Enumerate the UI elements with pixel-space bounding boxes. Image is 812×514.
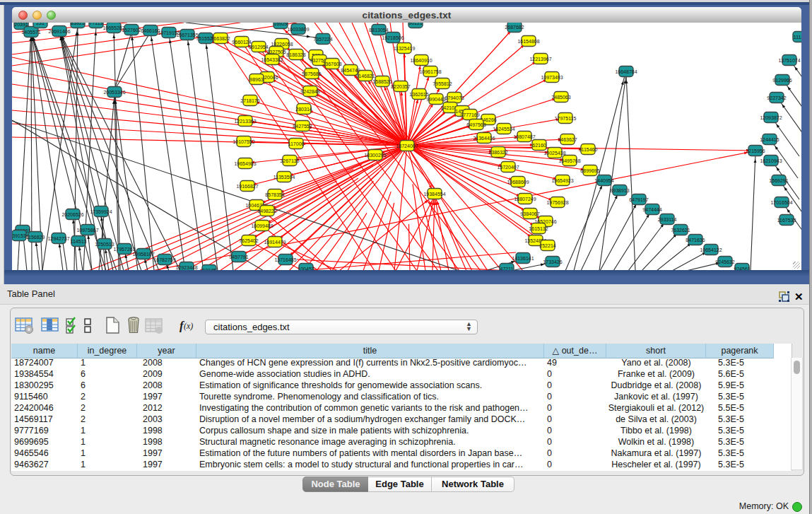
svg-text:1156829: 1156829: [26, 234, 45, 239]
svg-text:252214: 252214: [539, 243, 555, 247]
svg-text:39153: 39153: [12, 233, 26, 238]
svg-text:9463627: 9463627: [558, 136, 577, 141]
svg-text:20053346: 20053346: [103, 89, 125, 94]
svg-text:19384554: 19384554: [423, 191, 445, 196]
svg-text:9990443: 9990443: [426, 96, 445, 101]
svg-text:8938913: 8938913: [610, 187, 629, 192]
svg-text:16671355: 16671355: [176, 32, 198, 37]
svg-text:7632621: 7632621: [671, 227, 690, 232]
svg-text:15720407: 15720407: [497, 164, 519, 169]
svg-text:8454749: 8454749: [341, 67, 360, 72]
svg-text:9242848: 9242848: [300, 88, 319, 93]
svg-text:1244415: 1244415: [760, 136, 779, 141]
svg-text:18226058: 18226058: [271, 41, 293, 46]
svg-text:16648784: 16648784: [615, 69, 637, 74]
svg-text:1405571: 1405571: [21, 29, 40, 34]
svg-text:1527602: 1527602: [122, 27, 141, 32]
svg-text:18724007: 18724007: [396, 143, 418, 148]
svg-text:12213967: 12213967: [529, 56, 551, 61]
svg-text:6899695: 6899695: [580, 168, 599, 173]
svg-text:9777169: 9777169: [460, 112, 479, 117]
svg-text:100452: 100452: [298, 266, 314, 270]
svg-text:7663822: 7663822: [211, 35, 230, 40]
svg-text:9327505: 9327505: [266, 49, 286, 54]
svg-text:8912954: 8912954: [249, 44, 268, 49]
svg-text:20391: 20391: [14, 23, 28, 27]
svg-text:90121: 90121: [408, 23, 423, 25]
svg-text:9227342: 9227342: [767, 95, 786, 100]
svg-text:83921: 83921: [71, 23, 85, 25]
svg-text:13751074: 13751074: [778, 57, 800, 62]
svg-text:280314: 280314: [295, 106, 312, 111]
svg-text:3267130: 3267130: [280, 158, 299, 163]
svg-text:1733426: 1733426: [543, 259, 562, 264]
svg-text:10958107: 10958107: [132, 251, 154, 256]
svg-text:2367608: 2367608: [322, 61, 341, 66]
svg-text:8471636: 8471636: [686, 237, 705, 242]
svg-text:20206526: 20206526: [61, 211, 83, 216]
svg-text:16154808: 16154808: [517, 38, 539, 43]
svg-text:9660124: 9660124: [232, 39, 251, 44]
svg-text:10025438: 10025438: [543, 150, 565, 155]
svg-text:8813054: 8813054: [369, 27, 388, 32]
svg-text:11123: 11123: [794, 34, 801, 39]
svg-text:9474444: 9474444: [642, 206, 661, 211]
svg-text:6794073: 6794073: [445, 95, 464, 100]
svg-text:12213363: 12213363: [234, 118, 256, 123]
svg-text:18300295: 18300295: [364, 152, 386, 157]
svg-text:12923448: 12923448: [175, 264, 197, 269]
svg-text:16099489: 16099489: [251, 223, 273, 228]
svg-text:16495768: 16495768: [558, 158, 580, 163]
svg-text:12942737: 12942737: [47, 235, 69, 240]
svg-text:47211: 47211: [500, 266, 514, 270]
svg-text:21364436: 21364436: [473, 135, 495, 140]
svg-text:17957263: 17957263: [113, 246, 135, 251]
svg-text:83245: 83245: [202, 267, 216, 270]
svg-text:117006: 117006: [288, 141, 305, 146]
svg-text:1498222: 1498222: [257, 208, 276, 213]
svg-text:9115460: 9115460: [579, 146, 598, 151]
svg-text:7625402: 7625402: [239, 238, 258, 243]
svg-text:1440954: 1440954: [594, 177, 613, 182]
svg-text:18807249: 18807249: [514, 196, 536, 201]
svg-text:16210943: 16210943: [760, 158, 782, 163]
svg-text:10961758: 10961758: [419, 69, 441, 74]
svg-text:924561: 924561: [734, 266, 750, 270]
svg-text:(x): (x): [184, 321, 193, 331]
svg-text:62160: 62160: [532, 142, 546, 147]
svg-text:9384067: 9384067: [520, 211, 539, 216]
svg-text:1250513: 1250513: [95, 241, 114, 246]
svg-text:8427552: 8427552: [293, 123, 312, 128]
svg-text:2718176: 2718176: [240, 98, 259, 103]
svg-text:2687682: 2687682: [505, 24, 524, 29]
svg-text:17359924: 17359924: [90, 209, 112, 214]
svg-text:12093872: 12093872: [760, 115, 782, 119]
svg-text:114513: 114513: [71, 238, 87, 243]
svg-text:77113: 77113: [90, 23, 103, 25]
svg-text:16914479: 16914479: [264, 239, 286, 244]
svg-text:9245632: 9245632: [715, 259, 734, 264]
svg-text:11325419: 11325419: [394, 45, 416, 50]
svg-text:13716485: 13716485: [274, 257, 296, 262]
svg-text:16543382: 16543382: [261, 57, 283, 62]
svg-text:9146821: 9146821: [355, 73, 375, 78]
svg-text:8578354: 8578354: [265, 192, 284, 197]
svg-text:8220357: 8220357: [391, 83, 410, 88]
svg-text:5875685: 5875685: [302, 71, 321, 76]
svg-text:7357224: 7357224: [313, 36, 332, 41]
svg-text:20691406: 20691406: [48, 28, 70, 33]
svg-text:231: 231: [36, 23, 45, 25]
svg-text:18640910: 18640910: [410, 57, 432, 62]
svg-text:2933114: 2933114: [658, 216, 677, 221]
svg-text:10107552: 10107552: [233, 139, 254, 144]
svg-text:10688609: 10688609: [507, 179, 529, 184]
svg-text:11353594: 11353594: [273, 174, 295, 179]
svg-text:19756928: 19756928: [546, 199, 568, 204]
svg-text:7955812: 7955812: [433, 81, 452, 86]
svg-text:16929: 16929: [273, 23, 288, 26]
svg-text:10807487: 10807487: [513, 134, 535, 139]
svg-text:3215956: 3215956: [746, 148, 765, 153]
svg-text:8186328: 8186328: [286, 52, 305, 57]
svg-text:1569291: 1569291: [769, 177, 788, 182]
svg-text:9129966: 9129966: [772, 77, 792, 82]
